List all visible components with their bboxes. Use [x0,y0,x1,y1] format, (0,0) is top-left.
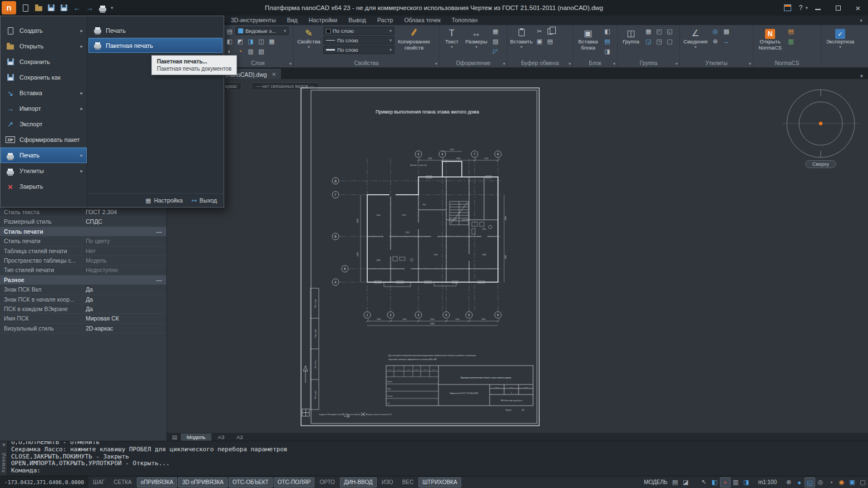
property-row[interactable]: Стиль текстаГОСТ 2.304 [0,208,166,217]
nanocad-logo[interactable]: n [2,1,16,14]
layer-dropdown[interactable]: Видовые э... ▾ [235,27,289,35]
copy-icon[interactable] [545,27,555,36]
group-edit-icon[interactable]: ◰ [654,27,664,36]
collapse-icon[interactable]: — [156,227,162,236]
paste-special-icon[interactable]: ▤ [545,37,555,46]
tab-point-clouds[interactable]: Облака точек [399,16,445,25]
toggle-lineweight[interactable]: ВЕС [398,476,418,488]
group-select-icon[interactable]: ◲ [644,37,653,46]
dimensions-button[interactable]: ↔ Размеры ▾ [463,27,489,51]
property-row[interactable]: Визуальный стиль2D-каркас [0,324,166,333]
layer-off-icon[interactable]: ◧ [225,37,234,46]
property-row[interactable]: Знак ПСК в начале коор...Да [0,295,166,304]
tab-a2[interactable]: А2 [231,433,249,441]
copy-with-basepoint-icon[interactable]: ▣ [535,37,544,46]
tab-output[interactable]: Вывод [343,16,371,25]
tab-settings[interactable]: Настройки [304,16,343,25]
insert-block-button[interactable]: ▣ Вставка блока [575,27,601,52]
tab-a3[interactable]: А3 [213,433,230,441]
group-label-clipboard[interactable]: Буфер обмена▾ [507,60,573,67]
write-block-icon[interactable]: ▤ [603,37,612,46]
fullscreen-icon[interactable]: ▢ [857,479,868,486]
toggle-iso[interactable]: ИЗО [377,476,398,488]
layer-merge-icon[interactable]: ▧ [257,47,266,56]
toggle-grid[interactable]: СЕТКА [109,476,136,488]
menu-item-save-as[interactable]: Сохранить как [1,70,87,85]
cut-icon[interactable]: ✂ [535,27,544,36]
minimize-button[interactable] [808,0,828,16]
license-calendar-icon[interactable] [782,2,793,13]
new-file-icon[interactable] [20,2,31,13]
toggle-hatch[interactable]: ШТРИХОВКА [418,477,461,487]
ungroup-icon[interactable]: ▦ [644,27,653,36]
layer-walk-icon[interactable]: ▦ [267,37,277,46]
menu-item-open[interactable]: Открыть▸ [1,38,87,54]
view-compass[interactable] [782,85,860,162]
menu-item-save[interactable]: Сохранить [1,54,87,70]
property-section-header[interactable]: Разное— [0,275,166,285]
table-icon[interactable]: ▦ [491,27,500,36]
tab-view[interactable]: Вид [282,16,303,25]
property-row[interactable]: Пространство таблицы с...Модель [0,256,166,265]
layer-lock-icon[interactable]: ◨ [246,37,255,46]
drawing-canvas[interactable]: аркас — нет связанных видов — Пример вып… [167,79,868,441]
quick-access-caret-icon[interactable]: ▾ [111,5,114,11]
group-label-group[interactable]: Группа▾ [618,60,679,67]
menu-item-export[interactable]: ↗ Экспорт [1,116,87,132]
save-as-icon[interactable] [58,2,70,13]
toggle-object-tracking[interactable]: ОТС-ОБЪЕКТ [229,477,273,487]
maximize-button[interactable] [828,0,848,16]
view-direction-label[interactable]: Сверху [782,160,860,168]
group-label-block[interactable]: Блок▾ [573,60,617,67]
submenu-item-batch-print[interactable]: Пакетная печать [88,38,223,53]
tab-topoplan[interactable]: Топоплан [447,16,482,25]
menu-settings-button[interactable]: ▦ Настройка [145,197,183,204]
zoom-realtime-icon[interactable]: ● [794,479,805,486]
linetype-dropdown[interactable]: По слою ▾ [323,36,394,45]
tablet-icon[interactable]: ▥ [731,479,741,486]
save-icon[interactable] [46,2,57,13]
group-add-icon[interactable]: ◳ [654,37,664,46]
command-history[interactable]: О,О,ПОТМЕНИТЬ - Отменить Секрамка Лассо:… [8,441,868,476]
measure-info-button[interactable]: ∠ Сведения ▾ [682,27,709,51]
property-row[interactable]: Знак ПСК ВклДа [0,285,166,294]
distance-icon[interactable]: ↔ [722,37,731,46]
group-label-format[interactable]: Оформление▾ [440,60,507,67]
command-prompt[interactable]: Команда: [11,467,868,475]
lineweight-dropdown[interactable]: По слою ▾ [323,46,394,54]
space-indicator[interactable]: МОДЕЛЬ [644,479,667,485]
menu-item-close[interactable]: Закрыть [1,179,87,194]
quick-select-icon[interactable]: ◎ [711,27,720,36]
point-icon[interactable]: ⊕ [711,37,720,46]
scale-indicator[interactable]: m1:100 [758,479,777,485]
group-label-properties[interactable]: Свойства▾ [294,60,439,67]
block-editor-icon[interactable]: ◧ [603,27,612,36]
toggle-step[interactable]: ШАГ [88,476,109,488]
normacs-search-icon[interactable]: ▥ [786,37,796,46]
plot-icon[interactable] [97,2,108,13]
id-point-icon[interactable]: ▩ [722,27,731,36]
group-remove-icon[interactable]: ▢ [665,37,674,46]
menu-item-create-package[interactable]: Сформировать пакет [1,132,87,147]
crosshair-icon[interactable]: + [720,477,731,487]
tab-3d-tools[interactable]: 3D-инструменты [226,16,281,25]
toggle-ortho[interactable]: ОРТО [315,476,339,488]
annotation-scale-icon[interactable]: ◨ [741,479,752,486]
property-row[interactable]: Таблица стилей печатиНет [0,247,166,256]
isolate-objects-icon[interactable]: ◧ [709,479,720,486]
normacs-doc-icon[interactable]: ▤ [786,27,796,36]
close-command-panel-icon[interactable]: × [2,442,6,448]
selection-cycling-icon[interactable]: ↖ [699,479,709,486]
layer-match-icon[interactable]: ◐ [225,47,234,56]
orbit-icon[interactable]: ◔ [826,479,836,486]
color-dropdown[interactable]: По слою ▾ [323,27,394,35]
layer-freeze-icon[interactable]: ◩ [235,37,245,46]
group-label-normacs[interactable]: NormaCS [753,60,821,67]
match-properties-button[interactable]: Копирование свойств [396,27,432,52]
layout-browser-icon[interactable]: ▤ [169,434,180,440]
property-row[interactable]: Размерный стильСПДС [0,217,166,226]
menu-item-print[interactable]: Печать▸ [1,147,87,163]
submenu-item-print[interactable]: Печать [88,23,223,38]
pan-hand-icon[interactable]: ⊕ [783,479,794,486]
property-row[interactable]: Имя ПСКМировая СК [0,314,166,323]
